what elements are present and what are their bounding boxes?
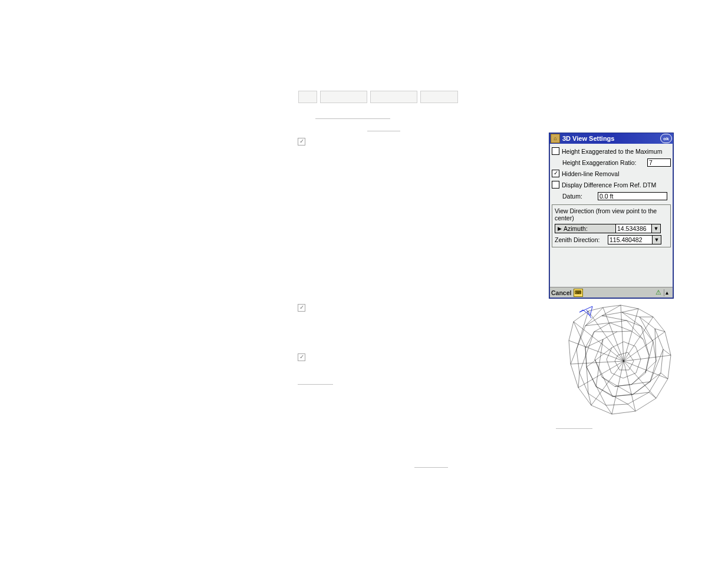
expand-up-icon[interactable]: ▴: [666, 289, 671, 296]
svg-line-34: [640, 317, 653, 342]
svg-line-45: [627, 320, 643, 339]
svg-line-32: [602, 316, 627, 320]
height-ratio-input[interactable]: [647, 158, 671, 167]
hidden-line-checkbox[interactable]: [552, 170, 559, 177]
svg-line-31: [585, 323, 610, 326]
svg-line-35: [655, 329, 656, 361]
display-diff-label: Display Difference From Ref. DTM: [562, 181, 656, 189]
titlebar: ⌂ 3D View Settings ok: [549, 133, 673, 144]
height-ratio-row: Height Exaggeration Ratio:: [552, 157, 671, 167]
svg-line-0: [621, 305, 624, 361]
datum-row: Datum:: [552, 191, 671, 201]
background-box-row: [298, 91, 458, 103]
svg-line-41: [585, 348, 588, 394]
zenith-dropdown-icon[interactable]: ▼: [652, 235, 661, 244]
bottom-toolbar: Cancel ⌨ ⚠ ▴: [550, 287, 673, 297]
triangle-right-icon: ▶: [558, 226, 562, 232]
svg-line-40: [587, 367, 606, 405]
datum-label: Datum:: [562, 193, 598, 200]
svg-line-52: [596, 339, 603, 386]
svg-line-2: [588, 311, 624, 361]
separator: [664, 289, 664, 296]
app-icon: ⌂: [551, 134, 560, 143]
svg-line-25: [649, 392, 656, 398]
svg-line-17: [577, 311, 588, 349]
ok-button[interactable]: ok: [660, 134, 672, 143]
datum-input[interactable]: [598, 192, 667, 200]
warning-icon[interactable]: ⚠: [654, 289, 663, 296]
azimuth-label: Azimuth:: [564, 225, 588, 232]
svg-line-15: [624, 309, 638, 361]
svg-line-29: [578, 373, 579, 388]
height-exagg-max-label: Height Exaggerated to the Maximum: [562, 148, 662, 155]
svg-line-51: [595, 359, 612, 396]
svg-line-20: [622, 309, 638, 312]
svg-line-16: [574, 322, 585, 348]
svg-line-26: [628, 404, 635, 411]
keyboard-icon[interactable]: ⌨: [574, 289, 583, 297]
zenith-input[interactable]: [608, 235, 653, 244]
display-diff-checkbox[interactable]: [552, 181, 559, 189]
svg-line-44: [610, 323, 631, 331]
display-diff-row: Display Difference From Ref. DTM: [552, 180, 671, 190]
svg-line-22: [655, 329, 665, 332]
svg-line-48: [631, 361, 656, 385]
svg-line-38: [612, 392, 649, 396]
svg-line-33: [622, 312, 641, 326]
view-direction-panel: View Direction (from view point to the c…: [552, 204, 671, 247]
3d-view-settings-dialog: ⌂ 3D View Settings ok Height Exaggerated…: [549, 133, 674, 299]
svg-line-46: [641, 326, 649, 355]
svg-line-54: [585, 339, 603, 348]
hidden-line-label: Hidden-line Removal: [562, 170, 619, 177]
zenith-label: Zenith Direction:: [555, 236, 608, 243]
view-direction-label: View Direction (from view point to the c…: [555, 207, 668, 222]
svg-line-24: [661, 373, 668, 379]
height-ratio-label: Height Exaggeration Ratio:: [562, 159, 647, 166]
azimuth-input[interactable]: [615, 224, 652, 233]
svg-line-4: [569, 340, 624, 361]
svg-line-30: [571, 349, 577, 364]
height-exagg-max-row: Height Exaggerated to the Maximum: [552, 146, 671, 156]
svg-line-10: [624, 361, 656, 398]
height-exagg-max-checkbox[interactable]: [552, 147, 559, 155]
azimuth-button[interactable]: ▶ Azimuth:: [555, 224, 616, 233]
azimuth-dropdown-icon[interactable]: ▼: [651, 224, 661, 233]
hidden-line-row: Hidden-line Removal: [552, 168, 671, 178]
svg-line-6: [578, 361, 624, 388]
3d-terrain-preview: [556, 299, 674, 417]
svg-line-11: [624, 361, 668, 379]
svg-line-36: [650, 349, 663, 382]
cancel-button[interactable]: Cancel: [551, 289, 571, 296]
dialog-title: 3D View Settings: [562, 135, 660, 142]
